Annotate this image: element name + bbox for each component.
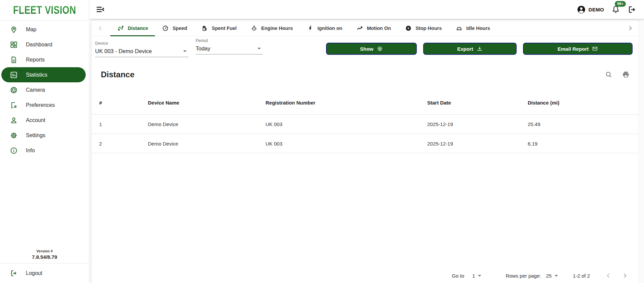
rows-per-page-value: 25: [546, 273, 552, 279]
download-icon: [477, 46, 483, 52]
actions-group: Show Export Email Report: [326, 41, 633, 55]
rows-per-page-select[interactable]: 25: [546, 273, 558, 279]
pagination-range: 1-2 of 2: [573, 273, 590, 279]
goto-page-select[interactable]: 1: [472, 273, 481, 279]
tab-label: Idle Hours: [466, 26, 490, 31]
tabs-scroll-left-icon[interactable]: [97, 25, 104, 32]
sidebar-item-label: Reports: [26, 57, 45, 63]
goto-label: Go to: [452, 273, 464, 279]
report-header: Distance: [101, 70, 630, 79]
cell-index: 1: [99, 121, 148, 127]
device-select-value: UK 003 - Demo Device: [95, 48, 152, 54]
mail-icon: [592, 46, 598, 52]
tab-label: Engine Hours: [261, 26, 293, 31]
col-header-registration-number: Registration Number: [266, 100, 427, 106]
sidebar-item-account[interactable]: Account: [0, 113, 89, 128]
camera-aperture-icon: [10, 86, 18, 94]
menu-open-icon[interactable]: [95, 5, 105, 14]
table-header-row: # Device Name Registration Number Start …: [91, 91, 639, 114]
chevron-right-icon[interactable]: [621, 272, 629, 279]
period-select-value: Today: [196, 45, 210, 52]
logout-icon: [10, 269, 18, 277]
caret-down-icon: [183, 50, 187, 52]
cell-start-date: 2025-12-19: [427, 121, 528, 127]
notifications-badge: 99+: [615, 1, 626, 7]
period-select-label: Period: [196, 38, 263, 43]
tab-speed[interactable]: Speed: [155, 20, 194, 36]
statistics-icon: [10, 71, 18, 79]
goto-page-value: 1: [472, 273, 475, 279]
tabs-scroll-right-icon[interactable]: [627, 25, 634, 32]
report-tabbar: Distance Speed Spent Fuel: [91, 20, 639, 36]
sidebar-item-map[interactable]: Map: [0, 22, 89, 37]
device-select-label: Device: [95, 41, 189, 46]
tab-label: Stop Hours: [415, 26, 442, 31]
cell-distance: 25.49: [528, 121, 639, 127]
sidebar-item-label: Map: [26, 27, 36, 33]
report-title: Distance: [101, 70, 134, 79]
col-header-distance: Distance (mi): [528, 100, 639, 106]
caret-down-icon: [555, 275, 558, 277]
sidebar-item-preferences[interactable]: Preferences: [0, 97, 89, 113]
topbar: DEMO 99+: [89, 0, 644, 19]
sidebar-item-statistics[interactable]: Statistics: [1, 67, 86, 82]
col-header-start-date: Start Date: [427, 100, 528, 106]
export-button[interactable]: Export: [423, 43, 517, 55]
logout-label: Logout: [26, 270, 42, 276]
bolt-icon: [307, 25, 314, 32]
version-label: Version #: [0, 249, 89, 253]
tab-motion-on[interactable]: Motion On: [349, 20, 398, 36]
sidebar-bottom: Version # 7.8.54/8.79 Logout: [0, 249, 89, 283]
table-row[interactable]: 1 Demo Device UK 003 2025-12-19 25.49: [91, 114, 639, 134]
exit-icon[interactable]: [628, 5, 637, 14]
notifications-button[interactable]: 99+: [611, 5, 620, 14]
sidebar-item-reports[interactable]: Reports: [0, 52, 89, 67]
cell-device-name: Demo Device: [148, 121, 266, 127]
sidebar-nav: Map Dashboard Reports: [0, 21, 89, 158]
device-select[interactable]: Device UK 003 - Demo Device: [95, 41, 189, 57]
sidebar-item-camera[interactable]: Camera: [0, 82, 89, 97]
vertical-scrollbar[interactable]: [639, 19, 644, 283]
tab-ignition-on[interactable]: Ignition on: [300, 20, 349, 36]
app-logo-text: FLEET VISION: [13, 4, 76, 16]
avatar-icon: [577, 5, 586, 14]
version-value: 7.8.54/8.79: [0, 254, 89, 260]
tab-label: Speed: [172, 26, 187, 31]
export-button-label: Export: [457, 46, 473, 52]
version-block: Version # 7.8.54/8.79: [0, 249, 89, 263]
email-report-button[interactable]: Email Report: [523, 43, 633, 55]
info-icon: [10, 147, 18, 155]
sidebar: FLEET VISION Map Dashboard R: [0, 0, 89, 283]
sidebar-item-info[interactable]: Info: [0, 143, 89, 158]
chevron-left-icon[interactable]: [605, 272, 612, 279]
logout-button[interactable]: Logout: [0, 264, 89, 283]
route-icon: [117, 25, 124, 32]
tab-spent-fuel[interactable]: Spent Fuel: [194, 20, 244, 36]
caret-down-icon: [478, 275, 481, 277]
sidebar-item-label: Account: [26, 117, 45, 123]
topbar-right: DEMO 99+: [577, 5, 637, 14]
sidebar-item-settings[interactable]: Settings: [0, 128, 89, 143]
rows-per-page-label: Rows per page:: [506, 273, 541, 279]
user-name: DEMO: [589, 7, 604, 12]
tab-distance[interactable]: Distance: [110, 20, 155, 36]
search-icon[interactable]: [605, 71, 613, 79]
sidebar-item-label: Camera: [26, 87, 45, 93]
map-pin-icon: [10, 26, 18, 34]
trending-up-icon: [356, 25, 363, 32]
eye-icon: [377, 46, 383, 52]
pagination-bar: Go to 1 Rows per page: 25 1-2 of 2: [452, 272, 629, 279]
tab-engine-hours[interactable]: Engine Hours: [244, 20, 300, 36]
show-button[interactable]: Show: [326, 43, 417, 55]
printer-icon[interactable]: [622, 71, 630, 79]
tab-label: Spent Fuel: [212, 26, 237, 31]
tab-stop-hours[interactable]: Stop Hours: [398, 20, 449, 36]
dashboard-icon: [10, 41, 18, 49]
sidebar-item-dashboard[interactable]: Dashboard: [0, 37, 89, 52]
table-row[interactable]: 2 Demo Device UK 003 2025-12-19 6.19: [91, 134, 639, 153]
gear-icon: [10, 131, 18, 139]
distance-table: # Device Name Registration Number Start …: [91, 91, 639, 153]
period-select[interactable]: Period Today: [196, 38, 263, 54]
tab-idle-hours[interactable]: Idle Hours: [449, 20, 497, 36]
user-menu[interactable]: DEMO: [577, 5, 604, 14]
